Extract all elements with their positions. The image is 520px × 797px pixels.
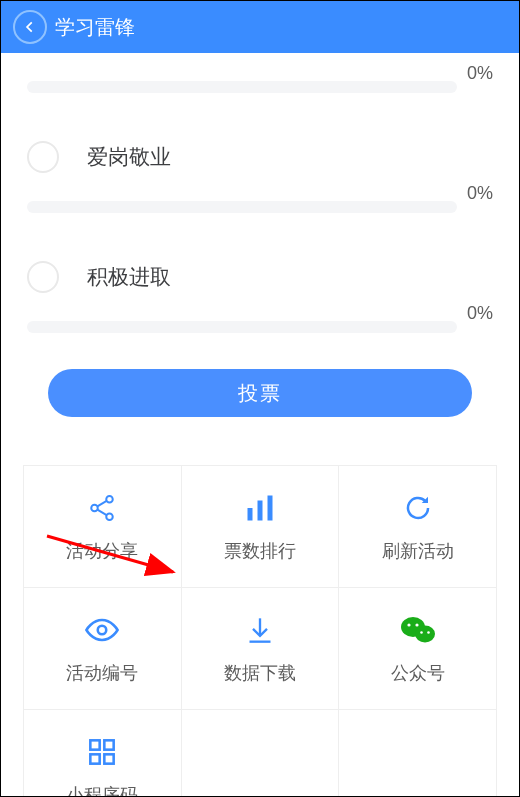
option-label: 积极进取: [87, 263, 171, 291]
progress-bar: [27, 321, 457, 333]
cell-label: 刷新活动: [382, 539, 454, 563]
bar-chart-icon: [245, 495, 275, 521]
svg-point-12: [415, 625, 435, 642]
empty-cell: [339, 710, 497, 797]
cell-label: 数据下载: [224, 661, 296, 685]
public-account-button[interactable]: 公众号: [339, 588, 497, 710]
svg-rect-19: [91, 754, 100, 763]
progress-bar: [27, 81, 457, 93]
back-button[interactable]: [13, 10, 47, 44]
empty-cell: [182, 710, 340, 797]
poll-option-0[interactable]: 爱岗敬业: [27, 141, 493, 173]
radio-icon: [27, 141, 59, 173]
refresh-activity-button[interactable]: 刷新活动: [339, 466, 497, 588]
svg-point-2: [107, 513, 114, 520]
share-activity-button[interactable]: 活动分享: [24, 466, 182, 588]
svg-rect-6: [257, 500, 262, 520]
percent-label: 0%: [467, 63, 493, 84]
percent-label: 0%: [467, 303, 493, 324]
svg-point-14: [415, 623, 418, 626]
cell-label: 票数排行: [224, 539, 296, 563]
data-download-button[interactable]: 数据下载: [182, 588, 340, 710]
svg-point-8: [98, 625, 107, 634]
svg-rect-7: [267, 495, 272, 520]
wechat-icon: [400, 615, 436, 645]
chevron-left-icon: [23, 20, 37, 34]
progress-bar: [27, 201, 457, 213]
svg-point-15: [420, 631, 423, 634]
cell-label: 小程序码: [66, 783, 138, 798]
svg-point-16: [427, 631, 430, 634]
vote-button[interactable]: 投票: [48, 369, 472, 417]
app-header: 学习雷锋: [1, 1, 519, 53]
cell-label: 活动分享: [66, 539, 138, 563]
page-title: 学习雷锋: [55, 14, 135, 41]
vote-ranking-button[interactable]: 票数排行: [182, 466, 340, 588]
svg-line-4: [98, 509, 107, 515]
share-icon: [87, 493, 117, 523]
miniprogram-code-button[interactable]: 小程序码: [24, 710, 182, 797]
poll-section: 0% 爱岗敬业 0% 积极进取 0% 投票: [1, 53, 519, 417]
activity-id-button[interactable]: 活动编号: [24, 588, 182, 710]
cell-label: 公众号: [391, 661, 445, 685]
svg-point-13: [407, 623, 410, 626]
svg-rect-18: [105, 740, 114, 749]
option-label: 爱岗敬业: [87, 143, 171, 171]
poll-option-1[interactable]: 积极进取: [27, 261, 493, 293]
progress-row-0: 0%: [27, 53, 493, 93]
radio-icon: [27, 261, 59, 293]
progress-row-2: 0%: [27, 293, 493, 333]
action-grid: 活动分享 票数排行 刷新活动 活动编号 数据下载: [23, 465, 497, 797]
percent-label: 0%: [467, 183, 493, 204]
eye-icon: [85, 618, 119, 642]
svg-rect-17: [91, 740, 100, 749]
qrcode-icon: [88, 738, 116, 766]
download-icon: [246, 616, 274, 644]
svg-point-1: [92, 504, 99, 511]
progress-row-1: 0%: [27, 173, 493, 213]
svg-line-3: [98, 500, 107, 506]
svg-point-0: [107, 496, 114, 503]
svg-rect-20: [105, 754, 114, 763]
svg-rect-5: [247, 508, 252, 521]
cell-label: 活动编号: [66, 661, 138, 685]
refresh-icon: [403, 493, 433, 523]
